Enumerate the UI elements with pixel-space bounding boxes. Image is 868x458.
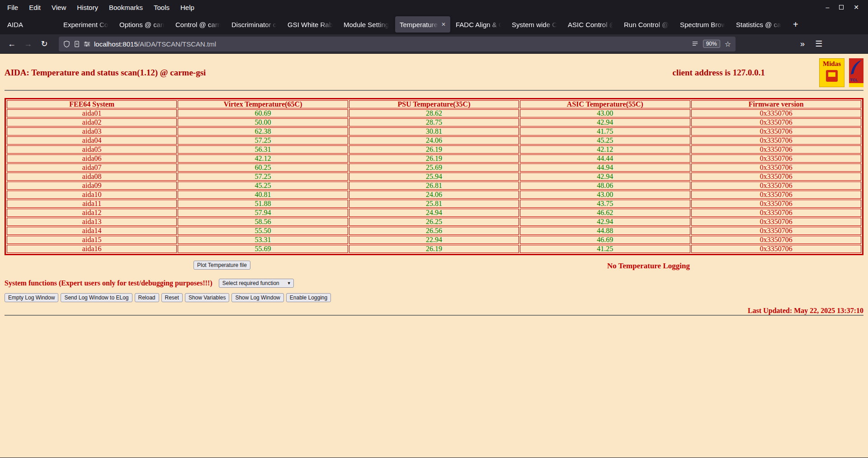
cell-virtex-temperature: 58.56 (178, 218, 348, 226)
midas-logo[interactable]: Midas (819, 58, 844, 87)
cell-virtex-temperature: 42.12 (178, 154, 348, 163)
url-bar[interactable]: localhost:8015/AIDA/TSCAN/TSCAN.tml 90% … (59, 37, 736, 51)
show-log-window-button[interactable]: Show Log Window (231, 293, 283, 302)
tab-label: Run Control @ (624, 21, 670, 28)
cell-asic-temperature: 41.25 (520, 245, 690, 253)
tab-gsi-white-rabb[interactable]: GSI White Rabb (283, 16, 338, 33)
cell-psu-temperature: 28.75 (349, 118, 519, 126)
tracking-protection-shield-icon[interactable] (63, 41, 70, 47)
tab-label: Experiment Con (63, 21, 109, 28)
tab-module-setting[interactable]: Module Setting (339, 16, 394, 33)
tab-label: Control @ carm (175, 21, 222, 28)
tab-statistics-car[interactable]: Statistics @ car (731, 16, 787, 33)
column-header-virtex-temperature-65c: Virtex Temperature(65C) (178, 100, 348, 108)
cell-psu-temperature: 26.19 (349, 145, 519, 154)
menu-tools[interactable]: Tools (148, 4, 175, 11)
cell-asic-temperature: 42.12 (520, 145, 690, 154)
cell-asic-temperature: 46.62 (520, 209, 690, 217)
cell-firmware-version: 0x3350706 (691, 118, 861, 126)
cell-virtex-temperature: 60.69 (178, 109, 348, 117)
tcl-logo-text: TCL (849, 78, 863, 82)
minimize-button[interactable]: – (826, 4, 829, 10)
page-info-icon[interactable] (74, 41, 80, 47)
cell-firmware-version: 0x3350706 (691, 136, 861, 145)
cell-system: aida08 (7, 173, 177, 181)
tab-control-carm[interactable]: Control @ carm (171, 16, 226, 33)
tab-asic-control[interactable]: ASIC Control @ (563, 16, 618, 33)
reader-mode-icon[interactable] (692, 41, 698, 47)
cell-virtex-temperature: 55.50 (178, 227, 348, 235)
tab-run-control[interactable]: Run Control @ (619, 16, 675, 33)
tab-strip: AIDAExperiment ConOptions @ carmControl … (3, 16, 788, 33)
cell-system: aida03 (7, 127, 177, 136)
menu-history[interactable]: History (71, 4, 104, 11)
menu-help[interactable]: Help (175, 4, 200, 11)
tab-discriminator-c[interactable]: Discriminator c (227, 16, 282, 33)
tab-fadc-align-c[interactable]: FADC Align & C (451, 16, 506, 33)
bookmark-star-icon[interactable]: ☆ (725, 40, 731, 48)
maximize-button[interactable] (839, 4, 844, 10)
cell-virtex-temperature: 45.25 (178, 182, 348, 190)
cell-virtex-temperature: 53.31 (178, 236, 348, 244)
bottom-divider (5, 315, 863, 316)
new-tab-button[interactable]: + (788, 19, 804, 30)
function-select[interactable]: Select required function (219, 279, 294, 288)
menu-edit[interactable]: Edit (24, 4, 46, 11)
cell-firmware-version: 0x3350706 (691, 127, 861, 136)
cell-firmware-version: 0x3350706 (691, 145, 861, 154)
cell-asic-temperature: 43.75 (520, 200, 690, 208)
permissions-icon[interactable] (84, 41, 90, 47)
tab-label: Temperature (400, 21, 439, 28)
forward-button[interactable]: → (21, 37, 35, 51)
back-button[interactable]: ← (5, 37, 19, 51)
cell-firmware-version: 0x3350706 (691, 164, 861, 172)
plot-temperature-button[interactable]: Plot Temperature file (193, 261, 250, 270)
close-button[interactable]: ✕ (854, 4, 859, 10)
cell-firmware-version: 0x3350706 (691, 173, 861, 181)
tab-system-wide-ch[interactable]: System wide Ch (507, 16, 562, 33)
table-row: aida1655.6926.1941.250x3350706 (7, 245, 861, 253)
cell-psu-temperature: 26.19 (349, 154, 519, 163)
cell-system: aida09 (7, 182, 177, 190)
url-text: localhost:8015/AIDA/TSCAN/TSCAN.tml (94, 40, 688, 48)
cell-asic-temperature: 42.94 (520, 118, 690, 126)
cell-virtex-temperature: 57.94 (178, 209, 348, 217)
table-row: aida1553.3122.9446.690x3350706 (7, 236, 861, 244)
cell-psu-temperature: 26.56 (349, 227, 519, 235)
menu-file[interactable]: File (2, 4, 24, 11)
empty-log-window-button[interactable]: Empty Log Window (5, 293, 58, 302)
cell-system: aida14 (7, 227, 177, 235)
reset-button[interactable]: Reset (161, 293, 183, 302)
cell-psu-temperature: 26.81 (349, 182, 519, 190)
cell-psu-temperature: 24.06 (349, 136, 519, 145)
menu-view[interactable]: View (46, 4, 71, 11)
tcl-logo[interactable]: TCL (849, 58, 863, 87)
table-row: aida0945.2526.8148.060x3350706 (7, 182, 861, 190)
zoom-level-badge[interactable]: 90% (703, 40, 720, 48)
table-row: aida0556.3126.1942.120x3350706 (7, 145, 861, 154)
tab-temperature[interactable]: Temperature✕ (395, 16, 450, 33)
cell-psu-temperature: 25.81 (349, 200, 519, 208)
show-variables-button[interactable]: Show Variables (185, 293, 230, 302)
cell-firmware-version: 0x3350706 (691, 182, 861, 190)
cell-psu-temperature: 25.69 (349, 164, 519, 172)
tab-aida[interactable]: AIDA (3, 16, 58, 33)
tab-spectrum-brow[interactable]: Spectrum Brow (675, 16, 731, 33)
cell-virtex-temperature: 50.00 (178, 118, 348, 126)
cell-virtex-temperature: 60.25 (178, 164, 348, 172)
tab-label: FADC Align & C (456, 21, 502, 28)
tab-close-icon[interactable]: ✕ (441, 21, 446, 28)
menu-bookmarks[interactable]: Bookmarks (104, 4, 148, 11)
menu-items: FileEditViewHistoryBookmarksToolsHelp (2, 4, 200, 11)
reload-button[interactable]: Reload (135, 293, 159, 302)
tcl-feather-icon (849, 59, 863, 77)
tab-experiment-con[interactable]: Experiment Con (59, 16, 114, 33)
enable-logging-button[interactable]: Enable Logging (286, 293, 331, 302)
cell-psu-temperature: 30.81 (349, 127, 519, 136)
overflow-menu-button[interactable]: » (795, 37, 810, 51)
app-menu-button[interactable]: ☰ (811, 37, 826, 51)
send-log-window-to-elog-button[interactable]: Send Log Window to ELog (61, 293, 132, 302)
reload-button[interactable]: ↻ (37, 37, 52, 51)
tab-options-carm[interactable]: Options @ carm (115, 16, 170, 33)
tab-bar: AIDAExperiment ConOptions @ carmControl … (0, 14, 868, 34)
